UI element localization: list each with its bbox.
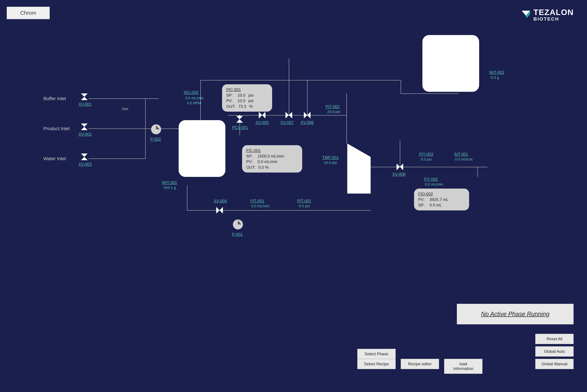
- wet-label: Wet: [122, 107, 128, 111]
- reading-pit-003: 0.0 psi: [421, 157, 432, 162]
- tag-wit-002: WIT-002: [489, 70, 504, 75]
- reading-sic-002-rpm: 0.0 RPM: [187, 101, 201, 105]
- tag-xv-003: XV-003: [79, 162, 92, 166]
- reading-pit-002: 20.0 psi: [327, 110, 340, 114]
- select-recipe-button[interactable]: Select Recipe: [357, 359, 396, 369]
- valve-xv-004[interactable]: [215, 206, 224, 214]
- process-diagram: Buffer Inlet XV-001 Product Inlet XV-002…: [42, 42, 542, 309]
- tank-1: [179, 120, 225, 177]
- tag-xv-001: XV-001: [79, 102, 92, 106]
- pump-p-001[interactable]: [232, 218, 244, 230]
- reading-sic-002-flow: 0.0 mL/min: [185, 96, 204, 100]
- tag-xv-005: XV-005: [255, 120, 269, 125]
- pump-p-002[interactable]: [150, 124, 162, 135]
- global-manual-button[interactable]: Global Manual: [535, 359, 574, 369]
- valve-xv-002[interactable]: [80, 123, 89, 131]
- buffer-inlet-label: Buffer Inlet: [44, 96, 66, 101]
- tag-fit-001: FIT-001: [250, 198, 264, 203]
- fic-001-box[interactable]: FIC-001 SP:1500.0 mL/min PV:0.0 mL/min O…: [242, 145, 302, 172]
- valve-pcv-001[interactable]: [235, 115, 244, 124]
- load-information-button[interactable]: load Information: [444, 359, 482, 374]
- tag-tmp-001: TMP-001: [322, 155, 339, 160]
- tag-xv-002: XV-002: [79, 132, 92, 136]
- column: [347, 144, 371, 194]
- tab-chrom[interactable]: Chrom: [7, 7, 50, 19]
- brand-sub: BIOTECH: [533, 17, 574, 21]
- tag-p-001: P-001: [232, 232, 243, 237]
- fic-001-title: FIC-001: [246, 148, 298, 153]
- tag-pit-003: PIT-003: [419, 152, 433, 156]
- tag-fit-002: FIT-002: [424, 177, 438, 182]
- tag-pit-001: PIT-001: [297, 198, 311, 203]
- pic-001-box[interactable]: PIC-001 SP:10.0psi PV:10.0psi OUT:73.3%: [222, 84, 272, 112]
- fiq-002-title: FIQ-002: [418, 191, 465, 197]
- product-inlet-label: Product Inlet: [44, 126, 70, 131]
- tag-pcv-001: PCV-001: [232, 125, 248, 130]
- tag-pit-002: PIT-002: [326, 104, 340, 109]
- pic-001-title: PIC-001: [226, 87, 268, 92]
- valve-xv-003[interactable]: [80, 153, 89, 161]
- tag-xv-007: XV-007: [280, 120, 294, 125]
- tag-sic-002: SIC-002: [184, 90, 198, 95]
- reading-ait-001: 0.0 mS/cm: [455, 157, 472, 162]
- valve-xv-007[interactable]: [285, 111, 293, 119]
- select-phase-button[interactable]: Select Phase: [357, 349, 396, 359]
- reading-pit-001: 0.0 psi: [299, 204, 310, 208]
- tag-wit-001: WIT-001: [162, 180, 177, 185]
- fiq-002-box[interactable]: FIQ-002 PV:3925.7 mL SP:0.0 mL: [414, 188, 469, 210]
- brand-logo: TEZALON BIOTECH: [521, 8, 574, 21]
- global-auto-button[interactable]: Global Auto: [535, 346, 574, 356]
- reset-all-button[interactable]: Reset All: [535, 334, 574, 344]
- reading-fit-001: 0.0 mL/min: [251, 204, 269, 208]
- tag-xv-004: XV-004: [214, 198, 227, 203]
- valve-xv-006[interactable]: [303, 111, 311, 119]
- reading-tmp-001: 10.0 psi: [324, 160, 337, 165]
- svg-rect-1: [239, 115, 240, 117]
- status-box: No Active Phase Running: [457, 304, 574, 324]
- brand-name: TEZALON: [533, 8, 574, 16]
- tag-xv-006: XV-006: [301, 120, 314, 125]
- tag-xv-008: XV-008: [392, 172, 405, 176]
- tag-p-002: P-002: [150, 137, 161, 142]
- valve-xv-008[interactable]: [396, 163, 404, 171]
- valve-xv-001[interactable]: [80, 92, 89, 101]
- valve-xv-005[interactable]: [258, 111, 266, 119]
- reading-fit-002: 0.0 mL/min: [425, 182, 443, 186]
- water-inlet-label: Water Inlet: [44, 156, 66, 161]
- tank-2: [422, 35, 479, 92]
- logo-icon: [521, 10, 531, 20]
- tag-ait-001: AIT-001: [454, 152, 468, 156]
- reading-wit-001: 544.1 g: [164, 186, 176, 190]
- reading-wit-002: 0.0 g: [491, 76, 499, 80]
- recipe-editor-button[interactable]: Recipe editor: [401, 359, 439, 369]
